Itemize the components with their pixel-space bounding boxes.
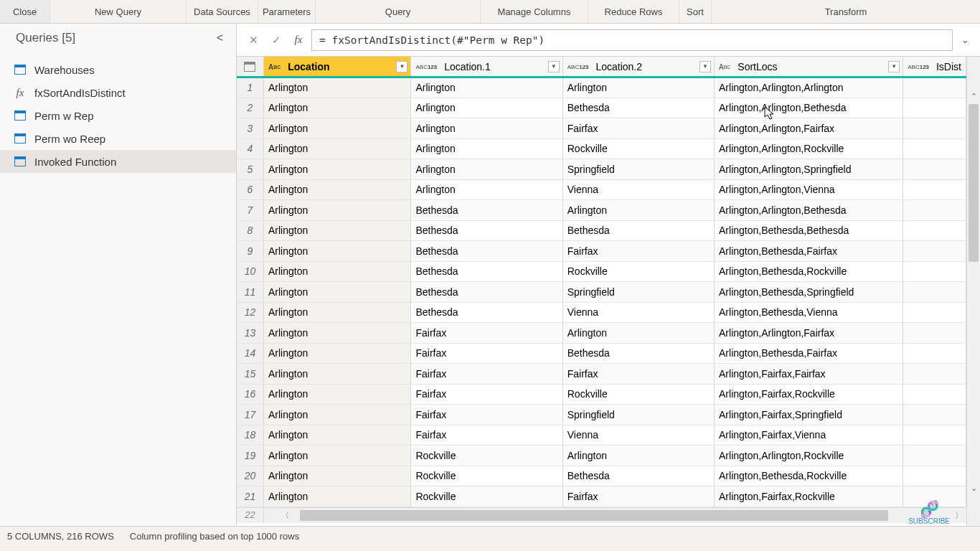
column-header-isdist[interactable]: ABC123 IsDist (903, 57, 966, 77)
cell-location2[interactable]: Arlington (562, 446, 714, 466)
column-filter-dropdown-icon[interactable]: ▼ (548, 61, 560, 72)
cell-location2[interactable]: Fairfax (562, 118, 714, 139)
column-filter-dropdown-icon[interactable]: ▼ (699, 61, 711, 72)
cell-isdist[interactable] (903, 466, 966, 486)
cell-location1[interactable]: Arlington (411, 159, 562, 180)
query-item-perm-w-rep[interactable]: Perm w Rep (0, 104, 236, 127)
scrollbar-thumb[interactable] (969, 104, 979, 262)
row-number[interactable]: 16 (237, 384, 263, 405)
cell-sortlocs[interactable]: Arlington,Fairfax,Fairfax (715, 364, 903, 385)
table-row[interactable]: 20ArlingtonRockvilleBethesdaArlington,Be… (237, 466, 966, 486)
cell-sortlocs[interactable]: Arlington,Arlington,Bethesda (715, 98, 903, 118)
cell-location2[interactable]: Springfield (562, 405, 714, 425)
cell-isdist[interactable] (903, 200, 966, 221)
cell-sortlocs[interactable]: Arlington,Bethesda,Fairfax (715, 241, 903, 262)
cell-location1[interactable]: Bethesda (411, 282, 562, 303)
cell-location1[interactable]: Arlington (411, 98, 562, 118)
cell-location2[interactable]: Rockville (562, 261, 714, 282)
row-number[interactable]: 14 (237, 343, 263, 364)
row-number[interactable]: 21 (237, 486, 263, 507)
cell-location[interactable]: Arlington (263, 98, 411, 118)
vertical-scrollbar[interactable]: ⌃ ⌄ (966, 57, 980, 526)
cell-location[interactable]: Arlington (263, 220, 411, 241)
cell-isdist[interactable] (903, 323, 966, 344)
cell-location2[interactable]: Vienna (562, 425, 714, 446)
table-row[interactable]: 13ArlingtonFairfaxArlingtonArlington,Arl… (237, 323, 966, 344)
row-number[interactable]: 18 (237, 425, 263, 446)
row-number[interactable]: 19 (237, 446, 263, 466)
cell-location2[interactable]: Bethesda (562, 220, 714, 241)
cell-isdist[interactable] (903, 261, 966, 282)
cell-location2[interactable]: Rockville (562, 384, 714, 405)
cell-location1[interactable]: Bethesda (411, 200, 562, 221)
row-number[interactable]: 22 (237, 508, 264, 523)
cell-isdist[interactable] (903, 282, 966, 303)
cell-location[interactable]: Arlington (263, 261, 411, 282)
row-number[interactable]: 6 (237, 179, 263, 200)
cell-location1[interactable]: Bethesda (411, 302, 562, 323)
cell-isdist[interactable] (903, 302, 966, 323)
cell-location[interactable]: Arlington (263, 466, 411, 486)
cell-isdist[interactable] (903, 179, 966, 200)
table-row[interactable]: 15ArlingtonFairfaxFairfaxArlington,Fairf… (237, 364, 966, 385)
formula-expand-icon[interactable]: ⌄ (957, 34, 973, 45)
cell-location1[interactable]: Rockville (411, 486, 562, 507)
table-row[interactable]: 8ArlingtonBethesdaBethesdaArlington,Beth… (237, 220, 966, 241)
collapse-pane-icon[interactable]: < (217, 32, 223, 44)
formula-accept-icon[interactable] (267, 31, 286, 50)
cell-location[interactable]: Arlington (263, 323, 411, 344)
table-row[interactable]: 7ArlingtonBethesdaArlingtonArlington,Arl… (237, 200, 966, 221)
cell-isdist[interactable] (903, 220, 966, 241)
table-row[interactable]: 4ArlingtonArlingtonRockvilleArlington,Ar… (237, 138, 966, 159)
cell-location[interactable]: Arlington (263, 179, 411, 200)
cell-location2[interactable]: Bethesda (562, 98, 714, 118)
ribbon-sort[interactable]: Sort (679, 0, 712, 23)
cell-location1[interactable]: Fairfax (411, 405, 562, 425)
ribbon-new-query[interactable]: New Query (50, 0, 187, 23)
formula-input[interactable] (311, 29, 953, 51)
table-row[interactable]: 3ArlingtonArlingtonFairfaxArlington,Arli… (237, 118, 966, 139)
cell-location[interactable]: Arlington (263, 138, 411, 159)
query-item-fxsortandisdistinct[interactable]: fx fxSortAndIsDistinct (0, 81, 236, 104)
cell-sortlocs[interactable]: Arlington,Bethesda,Vienna (715, 302, 903, 323)
column-header-location2[interactable]: ABC123 Location.2 ▼ (562, 57, 714, 77)
query-item-invoked-function[interactable]: Invoked Function (0, 150, 236, 173)
ribbon-parameters[interactable]: Parameters (258, 0, 316, 23)
cell-isdist[interactable] (903, 138, 966, 159)
cell-isdist[interactable] (903, 405, 966, 425)
ribbon-reduce-rows[interactable]: Reduce Rows (588, 0, 679, 23)
scroll-up-icon[interactable]: ⌃ (967, 90, 980, 103)
cell-location2[interactable]: Bethesda (562, 343, 714, 364)
row-number[interactable]: 11 (237, 282, 263, 303)
cell-isdist[interactable] (903, 425, 966, 446)
row-number[interactable]: 13 (237, 323, 263, 344)
scroll-right-icon[interactable]: 〉 (952, 508, 965, 523)
cell-isdist[interactable] (903, 118, 966, 139)
cell-sortlocs[interactable]: Arlington,Arlington,Bethesda (715, 200, 903, 221)
row-number[interactable]: 20 (237, 466, 263, 486)
table-row[interactable]: 10ArlingtonBethesdaRockvilleArlington,Be… (237, 261, 966, 282)
cell-location[interactable]: Arlington (263, 282, 411, 303)
table-row[interactable]: 17ArlingtonFairfaxSpringfieldArlington,F… (237, 405, 966, 425)
cell-location2[interactable]: Springfield (562, 159, 714, 180)
table-row[interactable]: 2ArlingtonArlingtonBethesdaArlington,Arl… (237, 98, 966, 118)
column-header-location1[interactable]: ABC123 Location.1 ▼ (411, 57, 562, 77)
row-number[interactable]: 10 (237, 261, 263, 282)
cell-location[interactable]: Arlington (263, 405, 411, 425)
cell-location1[interactable]: Fairfax (411, 343, 562, 364)
cell-location2[interactable]: Fairfax (562, 241, 714, 262)
cell-location1[interactable]: Fairfax (411, 364, 562, 385)
ribbon-close[interactable]: Close (0, 0, 50, 23)
row-number[interactable]: 8 (237, 220, 263, 241)
cell-sortlocs[interactable]: Arlington,Fairfax,Rockville (715, 384, 903, 405)
cell-location[interactable]: Arlington (263, 486, 411, 507)
column-header-sortlocs[interactable]: ABC SortLocs ▼ (715, 57, 903, 77)
ribbon-query[interactable]: Query (316, 0, 481, 23)
query-item-perm-wo-reep[interactable]: Perm wo Reep (0, 127, 236, 150)
cell-sortlocs[interactable]: Arlington,Bethesda,Fairfax (715, 343, 903, 364)
cell-location1[interactable]: Fairfax (411, 323, 562, 344)
table-row[interactable]: 16ArlingtonFairfaxRockvilleArlington,Fai… (237, 384, 966, 405)
cell-sortlocs[interactable]: Arlington,Bethesda,Rockville (715, 261, 903, 282)
cell-location2[interactable]: Vienna (562, 179, 714, 200)
query-item-warehouses[interactable]: Warehouses (0, 58, 236, 81)
